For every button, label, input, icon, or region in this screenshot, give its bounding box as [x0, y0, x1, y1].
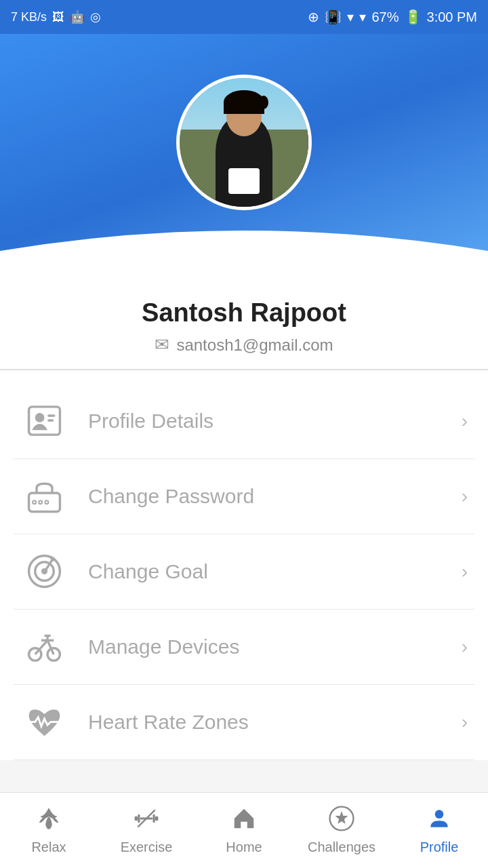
dumbbell-icon: [134, 806, 159, 835]
menu-label-profile-details: Profile Details: [88, 410, 462, 433]
user-email: santosh1@gmail.com: [176, 336, 333, 355]
home-icon: [231, 806, 257, 835]
svg-rect-27: [155, 816, 159, 821]
hero-curve: [0, 224, 488, 278]
svg-point-8: [33, 501, 35, 503]
nav-item-profile[interactable]: Profile: [390, 806, 488, 855]
nav-item-home[interactable]: Home: [195, 806, 293, 855]
svg-rect-3: [47, 419, 54, 421]
user-name: Santosh Rajpoot: [142, 298, 346, 328]
clock: 3:00 PM: [427, 9, 477, 25]
svg-rect-26: [153, 814, 155, 823]
nav-item-relax[interactable]: Relax: [0, 806, 98, 855]
password-icon: [20, 473, 68, 520]
signal-icon: ▾: [359, 9, 366, 25]
status-bar: 7 KB/s 🖼 🤖 ◎ ⊕ 📳 ▾ ▾ 67% 🔋 3:00 PM: [0, 0, 488, 34]
battery-level: 67%: [371, 9, 399, 25]
menu-list: Profile Details › Change Password ›: [0, 384, 488, 760]
arrow-manage-devices: ›: [462, 636, 468, 658]
svg-point-17: [47, 648, 60, 660]
profile-details-icon: [20, 397, 68, 445]
profile-divider: [0, 369, 488, 370]
menu-item-manage-devices[interactable]: Manage Devices ›: [0, 610, 488, 684]
lotus-icon: [36, 806, 62, 835]
arrow-heart-rate-zones: ›: [462, 711, 468, 733]
sync-icon: ◎: [90, 9, 101, 24]
svg-point-9: [39, 501, 41, 503]
nav-item-exercise[interactable]: Exercise: [98, 806, 195, 855]
menu-label-heart-rate-zones: Heart Rate Zones: [88, 711, 462, 734]
nav-label-profile: Profile: [420, 840, 459, 855]
menu-label-manage-devices: Manage Devices: [88, 635, 462, 658]
avatar-image: [180, 78, 308, 207]
status-left: 7 KB/s 🖼 🤖 ◎: [11, 9, 101, 24]
menu-item-change-goal[interactable]: Change Goal ›: [0, 534, 488, 609]
email-icon: ✉: [155, 334, 169, 355]
svg-point-10: [45, 501, 47, 503]
svg-point-30: [435, 810, 444, 818]
bottom-nav: Relax Exercise Home: [0, 792, 488, 868]
menu-item-heart-rate-zones[interactable]: Heart Rate Zones ›: [0, 685, 488, 760]
svg-rect-23: [135, 816, 138, 821]
wifi-icon: ▾: [347, 9, 354, 25]
devices-icon: [20, 623, 68, 671]
profile-nav-icon: [426, 806, 452, 835]
nav-item-challenges[interactable]: Challenges: [293, 806, 390, 855]
menu-item-profile-details[interactable]: Profile Details ›: [0, 384, 488, 458]
goal-icon: [20, 548, 68, 595]
svg-rect-24: [138, 814, 140, 823]
svg-point-1: [35, 413, 44, 422]
nav-label-exercise: Exercise: [121, 840, 173, 855]
arrow-change-password: ›: [462, 486, 468, 507]
user-email-row: ✉ santosh1@gmail.com: [155, 334, 333, 355]
svg-rect-0: [28, 407, 60, 435]
menu-label-change-goal: Change Goal: [88, 560, 462, 583]
nav-label-challenges: Challenges: [308, 840, 375, 855]
menu-item-change-password[interactable]: Change Password ›: [0, 459, 488, 534]
nav-label-relax: Relax: [31, 840, 66, 855]
arrow-profile-details: ›: [462, 410, 468, 432]
avatar[interactable]: [176, 75, 312, 210]
arrow-change-goal: ›: [462, 561, 468, 583]
svg-rect-2: [47, 414, 55, 416]
status-right: ⊕ 📳 ▾ ▾ 67% 🔋 3:00 PM: [308, 9, 477, 25]
profile-info: Santosh Rajpoot ✉ santosh1@gmail.com: [0, 278, 488, 384]
vibrate-icon: 📳: [325, 9, 342, 25]
main-content: 7 KB/s 🖼 🤖 ◎ ⊕ 📳 ▾ ▾ 67% 🔋 3:00 PM: [0, 0, 488, 836]
star-icon: [329, 806, 354, 835]
separator-5: [14, 760, 474, 760]
profile-hero: [0, 34, 488, 278]
network-speed: 7 KB/s: [11, 10, 47, 24]
gallery-icon: 🖼: [52, 10, 64, 24]
menu-label-change-password: Change Password: [88, 485, 462, 508]
bug-icon: 🤖: [70, 9, 85, 24]
heart-rate-icon: [20, 698, 68, 746]
add-icon: ⊕: [308, 9, 319, 25]
nav-label-home: Home: [226, 840, 262, 855]
battery-icon: 🔋: [405, 9, 422, 25]
